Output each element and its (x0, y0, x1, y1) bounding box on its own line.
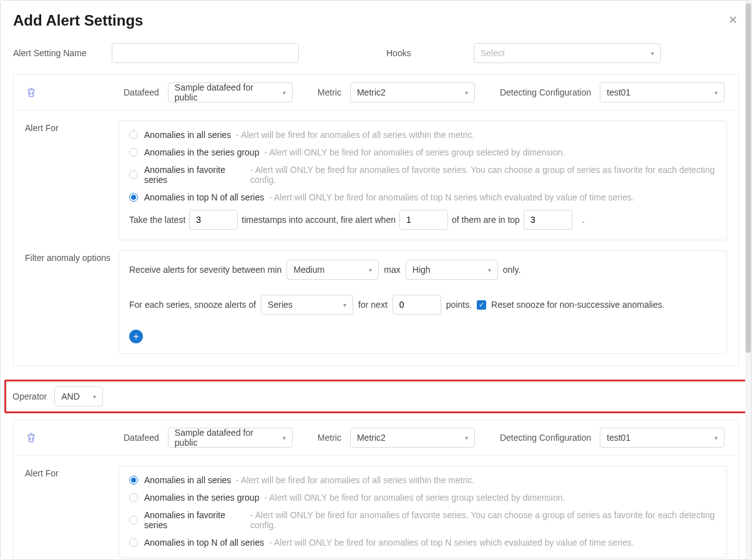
scrollbar-thumb[interactable] (746, 3, 751, 353)
radio-all-series[interactable]: Anomalies in all series - Alert will be … (129, 130, 716, 140)
metric-config-block-1: Datafeed Sample datafeed for public ▾ Me… (13, 74, 739, 366)
alert-name-input[interactable] (112, 43, 299, 63)
metric-select[interactable]: Metric2 ▾ (350, 428, 475, 448)
radio-top-n[interactable]: Anomalies in top N of all series - Alert… (129, 538, 716, 548)
add-alert-settings-modal: Add Alert Settings ✕ Alert Setting Name … (0, 0, 752, 560)
radio-icon[interactable] (129, 538, 138, 547)
radio-favorite-series[interactable]: Anomalies in favorite series - Alert wil… (129, 510, 716, 530)
topn-text: Take the latest (129, 215, 185, 225)
hooks-select-value: Select (481, 48, 505, 58)
topn-top-input[interactable] (524, 210, 572, 230)
chevron-down-icon: ▾ (715, 435, 718, 441)
datafeed-label: Datafeed (124, 433, 159, 443)
severity-text: max (384, 265, 400, 275)
modal-title: Add Alert Settings (13, 12, 739, 29)
alert-for-panel: Anomalies in all series - Alert will be … (119, 120, 727, 240)
chevron-down-icon: ▾ (465, 435, 468, 441)
severity-max-select[interactable]: High ▾ (406, 260, 498, 280)
operator-select[interactable]: AND ▾ (54, 386, 103, 406)
chevron-down-icon: ▾ (283, 89, 286, 96)
chevron-down-icon: ▾ (283, 435, 286, 441)
datafeed-select[interactable]: Sample datafeed for public ▾ (168, 428, 293, 448)
trash-icon[interactable] (25, 86, 37, 99)
topn-latest-input[interactable] (189, 210, 238, 230)
topn-text: . (582, 215, 585, 225)
radio-icon[interactable] (129, 193, 138, 202)
hooks-label: Hooks (386, 48, 474, 58)
filter-options-row: Filter anomaly options Receive alerts fo… (14, 240, 738, 365)
trash-icon[interactable] (25, 431, 37, 445)
chevron-down-icon: ▾ (343, 302, 346, 308)
alert-for-label: Alert For (25, 466, 119, 558)
top-n-controls: Take the latest timestamps into account,… (129, 210, 716, 230)
severity-max-value: High (413, 265, 431, 275)
radio-icon[interactable] (129, 493, 138, 502)
radio-icon[interactable] (129, 130, 138, 139)
alert-for-row-2: Alert For Anomalies in all series - Aler… (14, 456, 738, 560)
datafeed-value: Sample datafeed for public (175, 82, 273, 102)
topn-text: of them are in top (452, 215, 520, 225)
operator-value: AND (61, 391, 80, 401)
metric-value: Metric2 (357, 433, 386, 443)
radio-icon[interactable] (129, 170, 138, 179)
snooze-text: for next (358, 300, 388, 310)
detecting-config-select[interactable]: test01 ▾ (600, 428, 725, 448)
radio-series-group[interactable]: Anomalies in the series group - Alert wi… (129, 493, 716, 503)
modal-header: Add Alert Settings ✕ (1, 1, 751, 36)
operator-label: Operator (12, 391, 47, 401)
radio-icon[interactable] (129, 516, 138, 524)
chevron-down-icon: ▾ (93, 393, 96, 400)
detecting-config-value: test01 (607, 87, 630, 97)
detecting-config-label: Detecting Configuration (500, 87, 591, 97)
severity-min-select[interactable]: Medium ▾ (286, 260, 379, 280)
radio-icon[interactable] (129, 476, 138, 484)
alert-for-label: Alert For (25, 120, 119, 240)
reset-snooze-label: Reset snooze for non-successive anomalie… (491, 300, 665, 310)
filter-options-panel: Receive alerts for severity between min … (119, 250, 727, 354)
config-head-1: Datafeed Sample datafeed for public ▾ Me… (14, 75, 738, 111)
datafeed-select[interactable]: Sample datafeed for public ▾ (168, 82, 293, 102)
alert-name-label: Alert Setting Name (13, 48, 112, 58)
vertical-scrollbar[interactable] (745, 1, 751, 559)
hooks-select[interactable]: Select ▾ (474, 43, 661, 63)
radio-series-group[interactable]: Anomalies in the series group - Alert wi… (129, 147, 716, 157)
radio-top-n[interactable]: Anomalies in top N of all series - Alert… (129, 192, 716, 202)
operator-section: Operator AND ▾ (4, 380, 751, 413)
metric-config-block-2: Datafeed Sample datafeed for public ▾ Me… (13, 420, 739, 560)
snooze-row: For each series, snooze alerts of Series… (129, 295, 716, 315)
radio-favorite-series[interactable]: Anomalies in favorite series - Alert wil… (129, 165, 716, 185)
metric-select[interactable]: Metric2 ▾ (350, 82, 475, 102)
config-head-2: Datafeed Sample datafeed for public ▾ Me… (14, 420, 738, 456)
snooze-scope-select[interactable]: Series ▾ (261, 295, 353, 315)
snooze-scope-value: Series (268, 300, 293, 310)
detecting-config-select[interactable]: test01 ▾ (600, 82, 725, 102)
chevron-down-icon: ▾ (369, 267, 372, 273)
alert-for-panel: Anomalies in all series - Alert will be … (119, 466, 727, 558)
datafeed-value: Sample datafeed for public (175, 428, 273, 448)
radio-all-series[interactable]: Anomalies in all series - Alert will be … (129, 475, 716, 485)
chevron-down-icon: ▾ (651, 50, 654, 57)
chevron-down-icon: ▾ (715, 89, 718, 96)
snooze-text: points. (446, 300, 472, 310)
reset-snooze-checkbox[interactable]: ✓ (477, 300, 486, 310)
topn-text: timestamps into account, fire alert when (242, 215, 396, 225)
severity-min-value: Medium (293, 265, 325, 275)
detecting-config-label: Detecting Configuration (500, 433, 591, 443)
severity-text: Receive alerts for severity between min (129, 265, 281, 275)
metric-label: Metric (318, 87, 341, 97)
top-row: Alert Setting Name Hooks Select ▾ (1, 36, 751, 74)
topn-fire-when-input[interactable] (399, 210, 448, 230)
severity-text: only. (503, 265, 521, 275)
severity-row: Receive alerts for severity between min … (129, 260, 716, 280)
alert-for-row-1: Alert For Anomalies in all series - Aler… (14, 111, 738, 240)
datafeed-label: Datafeed (124, 87, 159, 97)
snooze-points-input[interactable] (393, 295, 441, 315)
filter-options-label: Filter anomaly options (25, 250, 119, 354)
metric-label: Metric (318, 433, 341, 443)
add-filter-button[interactable] (129, 330, 143, 343)
radio-icon[interactable] (129, 148, 138, 157)
chevron-down-icon: ▾ (465, 89, 468, 96)
snooze-text: For each series, snooze alerts of (129, 300, 256, 310)
metric-value: Metric2 (357, 87, 386, 97)
close-icon[interactable]: ✕ (728, 13, 738, 27)
